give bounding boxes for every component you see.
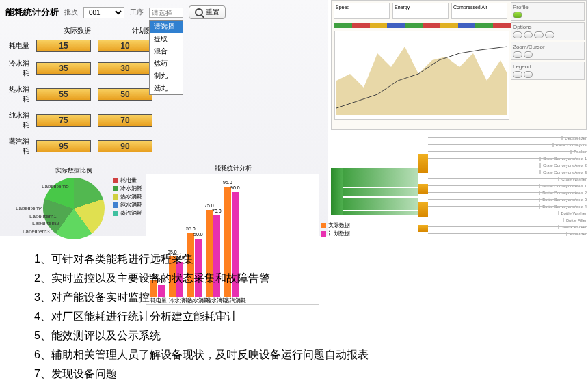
metric-label: 热水消耗 xyxy=(5,85,29,104)
plan-value: 10 xyxy=(98,40,152,52)
trend-panel: Speed Energy Compressed Air Profile Opti… xyxy=(331,0,587,130)
actual-value: 35 xyxy=(36,62,91,75)
air-box: Compressed Air xyxy=(451,3,507,19)
option-button[interactable] xyxy=(513,31,522,38)
legend-item: 纯水消耗 xyxy=(113,201,142,209)
sankey-node xyxy=(418,202,428,217)
metric-label: 冷水消耗 xyxy=(5,59,29,78)
bullet-item: 7、发现设备问题 xyxy=(34,364,369,384)
zoom-button[interactable] xyxy=(513,51,522,58)
energy-box: Energy xyxy=(392,3,449,19)
profile-button[interactable] xyxy=(513,12,522,18)
sankey-end: Crate Conveyors Area 2 xyxy=(539,163,587,168)
plan-value: 50 xyxy=(98,88,152,101)
sankey-end: Bottle Conveyors Area 3 xyxy=(539,198,587,202)
process-option[interactable]: 选丸 xyxy=(150,82,183,94)
pie-chart: LabelItem5 LabelItem4 LabelItem1 LabelIt… xyxy=(43,178,105,239)
bar-title: 能耗统计分析 xyxy=(215,164,252,173)
option-button[interactable] xyxy=(524,31,533,38)
process-input[interactable] xyxy=(149,8,183,18)
trend-chart xyxy=(334,31,509,120)
pie-legend: 耗电量冷水消耗热水消耗纯水消耗蒸汽消耗 xyxy=(113,176,142,217)
header: 能耗统计分析 批次 001 工序 请选择 提取 混合 炼药 制丸 选丸 重置 xyxy=(5,5,323,19)
search-icon xyxy=(195,8,203,16)
process-label: 工序 xyxy=(130,8,144,17)
option-button[interactable] xyxy=(534,31,544,38)
sankey-end: Bottle Conveyors Area 2 xyxy=(539,191,587,195)
actual-value: 15 xyxy=(36,40,91,52)
bullet-item: 6、辅助相关管理人员了解设备现状，及时反映设备运行问题自动报表 xyxy=(34,345,369,364)
process-menu: 请选择 提取 混合 炼药 制丸 选丸 xyxy=(149,20,183,95)
actual-value: 95 xyxy=(36,140,91,152)
feature-list: 1、可针对各类能耗进行远程采集2、实时监控以及主要设备的状态采集和故障告警3、对… xyxy=(34,250,369,384)
sankey-source xyxy=(331,168,343,215)
option-button[interactable] xyxy=(545,31,554,38)
actual-value: 55 xyxy=(36,88,91,101)
reset-button[interactable]: 重置 xyxy=(189,5,226,19)
legend-item xyxy=(513,71,522,78)
metric-row: 纯水消耗7570 xyxy=(5,111,323,130)
bullet-item: 3、对产能设备实时监控 xyxy=(34,288,369,307)
sankey-end: Palletizer xyxy=(566,232,587,236)
energy-panel: 能耗统计分析 批次 001 工序 请选择 提取 混合 炼药 制丸 选丸 重置 实… xyxy=(0,0,328,236)
metric-label: 纯水消耗 xyxy=(5,111,29,130)
sankey-end: Bottle Conveyors Area 4 xyxy=(539,204,587,209)
legend-item: 热水消耗 xyxy=(113,193,142,201)
process-option[interactable]: 请选择 xyxy=(150,21,183,33)
process-option[interactable]: 提取 xyxy=(150,33,183,45)
plan-value: 90 xyxy=(98,140,152,152)
batch-select[interactable]: 001 xyxy=(83,7,124,18)
sankey-node xyxy=(418,154,428,173)
page-title: 能耗统计分析 xyxy=(5,6,59,18)
plan-value: 70 xyxy=(98,114,152,127)
sankey-end: Bottle Washer xyxy=(558,211,587,215)
legend-item: 蒸汽消耗 xyxy=(113,209,142,217)
metric-label: 耗电量 xyxy=(5,41,29,51)
sankey-end: Bottle Conveyors Area 1 xyxy=(539,184,587,188)
sankey-end: Crate Washer xyxy=(558,177,587,181)
actual-value: 75 xyxy=(36,114,91,127)
speed-box: Speed xyxy=(334,3,390,19)
sankey-end: Depalletizer xyxy=(561,136,587,140)
sankey-node xyxy=(418,184,428,194)
legend-item xyxy=(524,71,533,78)
process-option[interactable]: 炼药 xyxy=(150,57,183,70)
batch-label: 批次 xyxy=(64,8,78,17)
col-header-actual: 实际数据 xyxy=(50,26,105,36)
sankey-node xyxy=(418,225,428,232)
sankey-end: Shrink Packer xyxy=(558,225,587,229)
sankey-end: Pallet Conveyors xyxy=(552,143,587,147)
color-bar xyxy=(334,23,511,28)
pie-title: 实际数据比例 xyxy=(5,166,142,175)
bullet-item: 1、可针对各类能耗进行远程采集 xyxy=(34,250,369,269)
zoom-button[interactable] xyxy=(524,51,533,58)
process-option[interactable]: 制丸 xyxy=(150,70,183,82)
process-dropdown[interactable]: 请选择 提取 混合 炼药 制丸 选丸 xyxy=(149,8,183,18)
metric-row: 蒸汽消耗9590 xyxy=(5,137,323,156)
bullet-item: 5、能效测评以及公示系统 xyxy=(34,326,369,345)
metric-label: 蒸汽消耗 xyxy=(5,137,29,156)
sankey-end: Crate Conveyors Area 3 xyxy=(539,170,587,174)
legend-item: 耗电量 xyxy=(113,176,142,185)
side-panel: Profile Options Zoom/Cursor Legend xyxy=(511,2,585,80)
sankey-end: Crate Conveyors Area 1 xyxy=(539,157,587,161)
sankey-end: Packer xyxy=(570,150,587,154)
legend-item: 冷水消耗 xyxy=(113,185,142,193)
process-option[interactable]: 混合 xyxy=(150,45,183,57)
bullet-item: 4、对厂区能耗进行统计分析建立能耗审计 xyxy=(34,307,369,326)
sankey-diagram: DepalletizerPallet ConveyorsPackerCrate … xyxy=(331,133,587,246)
bullet-item: 2、实时监控以及主要设备的状态采集和故障告警 xyxy=(34,269,369,288)
sankey-end: Bottle Filler xyxy=(563,218,587,222)
plan-value: 30 xyxy=(98,62,152,75)
